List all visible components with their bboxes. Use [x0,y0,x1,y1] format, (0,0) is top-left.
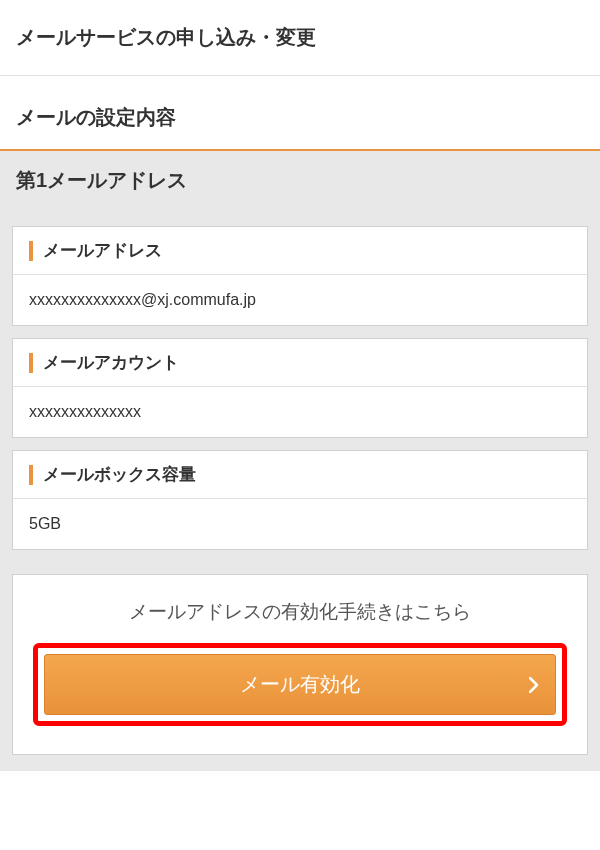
page-title: メールサービスの申し込み・変更 [0,0,600,76]
field-email-label: メールアドレス [13,227,587,275]
action-panel: メールアドレスの有効化手続きはこちら メール有効化 [12,574,588,755]
content-area: メールアドレス xxxxxxxxxxxxxx@xj.commufa.jp メール… [0,210,600,771]
action-panel-title: メールアドレスの有効化手続きはこちら [33,599,567,625]
field-account: メールアカウント xxxxxxxxxxxxxx [12,338,588,438]
field-account-value: xxxxxxxxxxxxxx [13,387,587,437]
mail-activate-button[interactable]: メール有効化 [44,654,556,715]
subsection-title: 第1メールアドレス [0,151,600,210]
section-title: メールの設定内容 [0,76,600,151]
field-mailbox-capacity-value: 5GB [13,499,587,549]
field-mailbox-capacity-label: メールボックス容量 [13,451,587,499]
field-mailbox-capacity: メールボックス容量 5GB [12,450,588,550]
field-account-label: メールアカウント [13,339,587,387]
highlight-box: メール有効化 [33,643,567,726]
chevron-right-icon [529,677,539,693]
field-email: メールアドレス xxxxxxxxxxxxxx@xj.commufa.jp [12,226,588,326]
field-email-value: xxxxxxxxxxxxxx@xj.commufa.jp [13,275,587,325]
mail-activate-button-label: メール有効化 [240,671,360,698]
